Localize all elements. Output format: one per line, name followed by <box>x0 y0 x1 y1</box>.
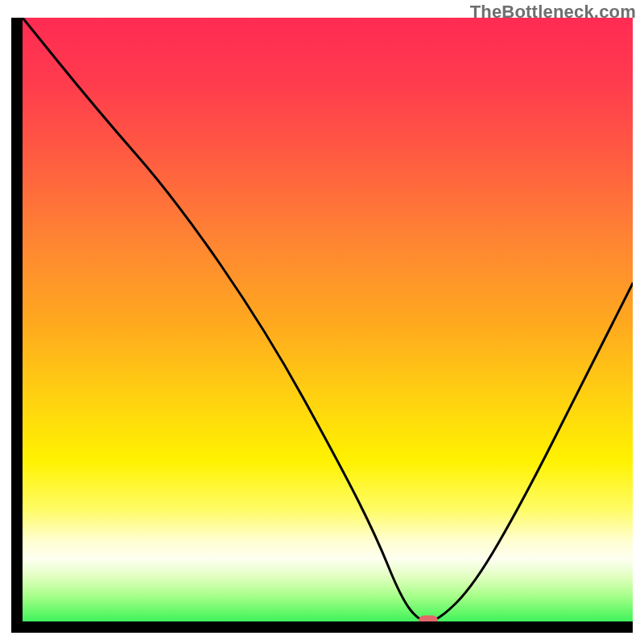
bottleneck-curve <box>11 18 633 633</box>
chart-container: TheBottleneck.com <box>0 0 644 644</box>
watermark-label: TheBottleneck.com <box>470 2 636 23</box>
x-axis <box>11 621 633 633</box>
plot-area <box>11 18 633 633</box>
y-axis <box>11 18 23 633</box>
